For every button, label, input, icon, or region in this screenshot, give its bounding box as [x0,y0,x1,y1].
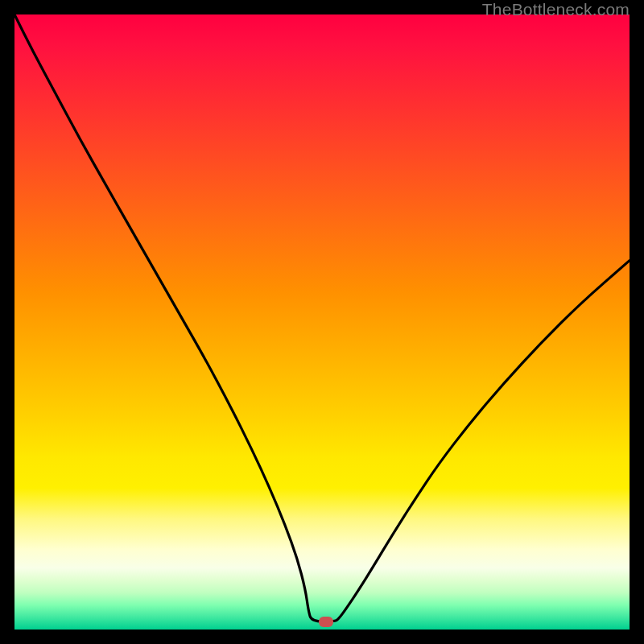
curve-layer [14,14,630,630]
bottleneck-curve [14,14,630,621]
watermark-text: TheBottleneck.com [482,0,630,19]
chart-container: TheBottleneck.com [0,0,644,644]
optimal-point-marker [319,617,333,627]
